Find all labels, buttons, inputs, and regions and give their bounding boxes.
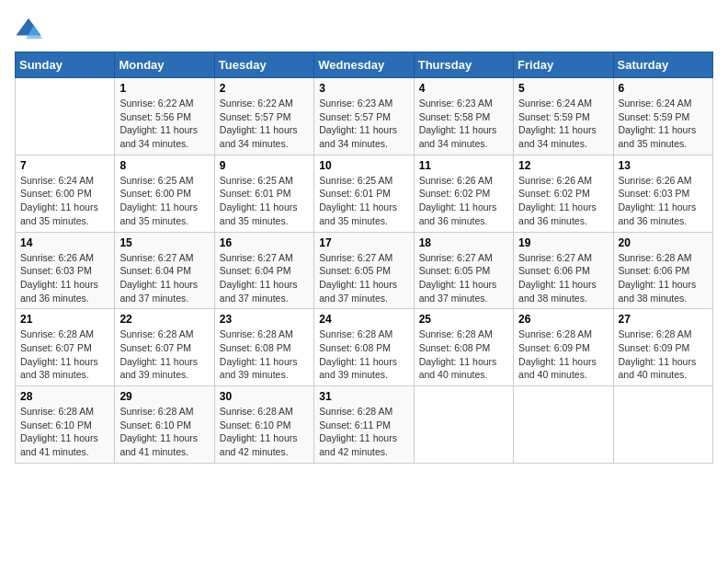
day-info: Sunrise: 6:24 AM Sunset: 5:59 PM Dayligh… bbox=[619, 97, 708, 151]
day-number: 16 bbox=[220, 236, 309, 249]
day-number: 23 bbox=[220, 313, 309, 326]
day-cell: 6Sunrise: 6:24 AM Sunset: 5:59 PM Daylig… bbox=[613, 78, 712, 155]
day-info: Sunrise: 6:28 AM Sunset: 6:10 PM Dayligh… bbox=[220, 405, 309, 459]
day-cell: 28Sunrise: 6:28 AM Sunset: 6:10 PM Dayli… bbox=[16, 386, 115, 464]
day-number: 8 bbox=[119, 159, 209, 172]
logo bbox=[15, 15, 46, 42]
weekday-header-tuesday: Tuesday bbox=[214, 52, 313, 78]
day-number: 19 bbox=[518, 236, 608, 249]
day-cell: 12Sunrise: 6:26 AM Sunset: 6:02 PM Dayli… bbox=[514, 155, 613, 232]
day-info: Sunrise: 6:22 AM Sunset: 5:56 PM Dayligh… bbox=[119, 97, 209, 151]
day-number: 3 bbox=[319, 82, 408, 95]
week-row-5: 28Sunrise: 6:28 AM Sunset: 6:10 PM Dayli… bbox=[16, 386, 713, 464]
day-number: 15 bbox=[119, 236, 209, 249]
day-number: 6 bbox=[619, 82, 708, 95]
day-info: Sunrise: 6:28 AM Sunset: 6:08 PM Dayligh… bbox=[220, 327, 309, 382]
weekday-header-wednesday: Wednesday bbox=[314, 52, 414, 78]
day-cell: 23Sunrise: 6:28 AM Sunset: 6:08 PM Dayli… bbox=[214, 309, 313, 386]
day-cell: 13Sunrise: 6:26 AM Sunset: 6:03 PM Dayli… bbox=[613, 155, 712, 232]
day-cell bbox=[514, 386, 613, 464]
day-cell: 21Sunrise: 6:28 AM Sunset: 6:07 PM Dayli… bbox=[16, 309, 115, 386]
day-cell bbox=[613, 386, 712, 464]
calendar-table: SundayMondayTuesdayWednesdayThursdayFrid… bbox=[15, 52, 713, 464]
day-info: Sunrise: 6:26 AM Sunset: 6:02 PM Dayligh… bbox=[518, 174, 608, 228]
logo-icon bbox=[15, 15, 42, 42]
day-number: 12 bbox=[518, 159, 608, 172]
day-cell: 5Sunrise: 6:24 AM Sunset: 5:59 PM Daylig… bbox=[514, 78, 613, 155]
day-info: Sunrise: 6:27 AM Sunset: 6:04 PM Dayligh… bbox=[119, 251, 209, 305]
day-info: Sunrise: 6:28 AM Sunset: 6:09 PM Dayligh… bbox=[619, 327, 708, 382]
day-info: Sunrise: 6:25 AM Sunset: 6:00 PM Dayligh… bbox=[119, 174, 209, 228]
week-row-4: 21Sunrise: 6:28 AM Sunset: 6:07 PM Dayli… bbox=[16, 309, 713, 386]
day-number: 18 bbox=[419, 236, 508, 249]
day-cell: 30Sunrise: 6:28 AM Sunset: 6:10 PM Dayli… bbox=[214, 386, 313, 464]
day-number: 4 bbox=[419, 82, 508, 95]
day-info: Sunrise: 6:27 AM Sunset: 6:04 PM Dayligh… bbox=[220, 251, 309, 305]
day-info: Sunrise: 6:22 AM Sunset: 5:57 PM Dayligh… bbox=[220, 97, 309, 151]
day-number: 2 bbox=[220, 82, 309, 95]
day-info: Sunrise: 6:23 AM Sunset: 5:58 PM Dayligh… bbox=[419, 97, 508, 151]
day-cell: 19Sunrise: 6:27 AM Sunset: 6:06 PM Dayli… bbox=[514, 232, 613, 309]
day-info: Sunrise: 6:25 AM Sunset: 6:01 PM Dayligh… bbox=[220, 174, 309, 228]
day-number: 28 bbox=[20, 390, 109, 403]
day-number: 29 bbox=[119, 390, 209, 403]
weekday-header-thursday: Thursday bbox=[414, 52, 513, 78]
day-number: 20 bbox=[619, 236, 708, 249]
day-cell: 27Sunrise: 6:28 AM Sunset: 6:09 PM Dayli… bbox=[613, 309, 712, 386]
day-cell: 25Sunrise: 6:28 AM Sunset: 6:08 PM Dayli… bbox=[414, 309, 513, 386]
day-info: Sunrise: 6:24 AM Sunset: 5:59 PM Dayligh… bbox=[518, 97, 608, 151]
day-number: 9 bbox=[220, 159, 309, 172]
day-info: Sunrise: 6:28 AM Sunset: 6:10 PM Dayligh… bbox=[20, 405, 109, 459]
day-cell bbox=[414, 386, 513, 464]
weekday-header-row: SundayMondayTuesdayWednesdayThursdayFrid… bbox=[16, 52, 713, 78]
day-number: 30 bbox=[220, 390, 309, 403]
day-cell: 14Sunrise: 6:26 AM Sunset: 6:03 PM Dayli… bbox=[16, 232, 115, 309]
week-row-1: 1Sunrise: 6:22 AM Sunset: 5:56 PM Daylig… bbox=[16, 78, 713, 155]
day-cell: 26Sunrise: 6:28 AM Sunset: 6:09 PM Dayli… bbox=[514, 309, 613, 386]
day-cell: 29Sunrise: 6:28 AM Sunset: 6:10 PM Dayli… bbox=[115, 386, 214, 464]
day-info: Sunrise: 6:27 AM Sunset: 6:05 PM Dayligh… bbox=[319, 251, 408, 305]
day-info: Sunrise: 6:24 AM Sunset: 6:00 PM Dayligh… bbox=[20, 174, 109, 228]
day-number: 25 bbox=[419, 313, 508, 326]
day-number: 5 bbox=[518, 82, 608, 95]
day-number: 11 bbox=[419, 159, 508, 172]
day-info: Sunrise: 6:27 AM Sunset: 6:06 PM Dayligh… bbox=[518, 251, 608, 305]
day-cell: 15Sunrise: 6:27 AM Sunset: 6:04 PM Dayli… bbox=[115, 232, 214, 309]
day-info: Sunrise: 6:25 AM Sunset: 6:01 PM Dayligh… bbox=[319, 174, 408, 228]
day-cell: 31Sunrise: 6:28 AM Sunset: 6:11 PM Dayli… bbox=[314, 386, 414, 464]
day-info: Sunrise: 6:26 AM Sunset: 6:02 PM Dayligh… bbox=[419, 174, 508, 228]
day-cell: 1Sunrise: 6:22 AM Sunset: 5:56 PM Daylig… bbox=[115, 78, 214, 155]
day-number: 1 bbox=[119, 82, 209, 95]
day-number: 10 bbox=[319, 159, 408, 172]
day-cell: 24Sunrise: 6:28 AM Sunset: 6:08 PM Dayli… bbox=[314, 309, 414, 386]
day-cell: 10Sunrise: 6:25 AM Sunset: 6:01 PM Dayli… bbox=[314, 155, 414, 232]
day-number: 7 bbox=[20, 159, 109, 172]
day-cell: 17Sunrise: 6:27 AM Sunset: 6:05 PM Dayli… bbox=[314, 232, 414, 309]
day-cell: 3Sunrise: 6:23 AM Sunset: 5:57 PM Daylig… bbox=[314, 78, 414, 155]
weekday-header-sunday: Sunday bbox=[16, 52, 115, 78]
day-number: 17 bbox=[319, 236, 408, 249]
day-cell: 4Sunrise: 6:23 AM Sunset: 5:58 PM Daylig… bbox=[414, 78, 513, 155]
day-number: 24 bbox=[319, 313, 408, 326]
day-number: 14 bbox=[20, 236, 109, 249]
day-info: Sunrise: 6:28 AM Sunset: 6:06 PM Dayligh… bbox=[619, 251, 708, 305]
weekday-header-friday: Friday bbox=[514, 52, 613, 78]
day-info: Sunrise: 6:28 AM Sunset: 6:11 PM Dayligh… bbox=[319, 405, 408, 459]
day-cell: 2Sunrise: 6:22 AM Sunset: 5:57 PM Daylig… bbox=[214, 78, 313, 155]
day-info: Sunrise: 6:28 AM Sunset: 6:08 PM Dayligh… bbox=[319, 327, 408, 382]
day-cell: 22Sunrise: 6:28 AM Sunset: 6:07 PM Dayli… bbox=[115, 309, 214, 386]
day-info: Sunrise: 6:27 AM Sunset: 6:05 PM Dayligh… bbox=[419, 251, 508, 305]
day-cell: 18Sunrise: 6:27 AM Sunset: 6:05 PM Dayli… bbox=[414, 232, 513, 309]
day-cell: 16Sunrise: 6:27 AM Sunset: 6:04 PM Dayli… bbox=[214, 232, 313, 309]
day-cell: 20Sunrise: 6:28 AM Sunset: 6:06 PM Dayli… bbox=[613, 232, 712, 309]
day-number: 27 bbox=[619, 313, 708, 326]
day-info: Sunrise: 6:28 AM Sunset: 6:09 PM Dayligh… bbox=[518, 327, 608, 382]
day-number: 21 bbox=[20, 313, 109, 326]
page-header bbox=[15, 15, 713, 42]
week-row-3: 14Sunrise: 6:26 AM Sunset: 6:03 PM Dayli… bbox=[16, 232, 713, 309]
day-info: Sunrise: 6:28 AM Sunset: 6:07 PM Dayligh… bbox=[20, 327, 109, 382]
day-cell: 9Sunrise: 6:25 AM Sunset: 6:01 PM Daylig… bbox=[214, 155, 313, 232]
day-info: Sunrise: 6:23 AM Sunset: 5:57 PM Dayligh… bbox=[319, 97, 408, 151]
day-info: Sunrise: 6:28 AM Sunset: 6:08 PM Dayligh… bbox=[419, 327, 508, 382]
day-cell: 7Sunrise: 6:24 AM Sunset: 6:00 PM Daylig… bbox=[16, 155, 115, 232]
